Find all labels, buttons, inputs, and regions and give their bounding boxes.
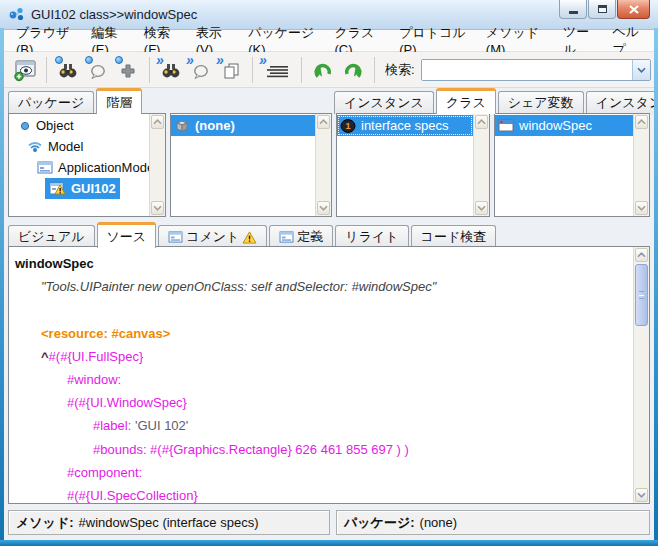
close-icon [629,5,639,14]
tab-source[interactable]: ソース [97,222,157,248]
browse-protocol-button[interactable]: » [186,56,216,84]
tree-item-applicationmodel[interactable]: ApplicationModel [9,157,149,178]
maximize-icon [598,5,607,13]
tab-instance[interactable]: インスタンス [334,91,434,114]
minimize-button[interactable] [559,0,587,19]
search-input[interactable] [422,60,632,80]
scroll-down-button[interactable] [635,488,648,502]
browse-copies-button[interactable]: » [216,56,246,84]
list-item-label: (none) [195,118,235,133]
search-combobox [421,59,651,81]
code-literal: #(#{UI.SpecCollection} [67,488,198,503]
class-tree[interactable]: Object Model [9,114,149,216]
new-marker-icon [55,56,63,64]
search-dropdown-button[interactable] [632,60,650,80]
scroll-thumb[interactable] [635,264,648,326]
tab-instance-variables[interactable]: インスタンス変数 [586,91,658,114]
new-marker-icon [115,56,123,64]
tab-label: ソース [107,228,147,246]
code-pragma: <resource: #canvas> [41,326,170,341]
scroll-up-button[interactable] [317,115,330,129]
browse-marker-icon: » [156,52,164,68]
package-list[interactable]: (none) [171,114,315,216]
window-controls [559,0,650,19]
find-class-button[interactable] [53,56,83,84]
tab-visual[interactable]: ビジュアル [8,225,95,248]
scroll-up-button[interactable] [475,115,488,129]
browse-class-button[interactable]: » [156,56,186,84]
code-literal: #window: [67,372,121,387]
tab-shared-variables[interactable]: シェア変数 [498,91,584,114]
scroll-up-icon [477,119,486,125]
undo-button[interactable] [308,56,338,84]
scroll-down-icon [153,205,162,211]
hierarchy-panel: Object Model [8,113,166,217]
tab-label: 階層 [106,94,132,112]
scroll-down-button[interactable] [635,201,648,215]
right-tab-row: インスタンス クラス シェア変数 インスタンス変数 [334,88,658,114]
code-line: "Tools.UIPainter new openOnClass: self a… [9,275,633,298]
code-literal: #(#{UI.WindowSpec} [67,395,187,410]
tab-rewrite[interactable]: リライト [335,225,408,248]
maximize-button[interactable] [588,0,616,19]
new-browser-button[interactable] [10,56,40,84]
code-line [9,298,633,321]
scroll-down-button[interactable] [317,201,330,215]
tab-code-critic[interactable]: コード検査 [411,225,497,248]
protocol-scrollbar[interactable] [473,114,489,216]
add-method-button[interactable] [113,56,143,84]
code-line: #(#{UI.WindowSpec} [9,391,633,414]
method-scrollbar[interactable] [633,114,649,216]
scroll-down-button[interactable] [475,201,488,215]
list-item-none-package[interactable]: (none) [171,115,315,136]
tab-label: インスタンス変数 [596,94,658,112]
app-icon [8,6,25,23]
tree-item-label: Model [48,139,83,154]
browse-marker-icon: » [186,52,194,68]
list-item-label: interface specs [361,118,448,133]
left-tab-row: パッケージ 階層 [8,88,144,114]
tab-label: リライト [345,228,398,246]
form-icon [37,161,53,174]
code-line: ^#(#{UI.FullSpec} [9,345,633,368]
object-icon [19,120,31,132]
method-status: メソッド: #windowSpec (interface specs) [8,510,330,535]
toolbar-separator [374,57,375,83]
code-tab-row: ビジュアル ソース コメント 定義 リライト コード検査 [8,222,498,248]
window-frame-left [0,28,4,546]
undo-icon [311,59,335,81]
tree-item-model[interactable]: Model [9,136,149,157]
find-protocol-button[interactable] [83,56,113,84]
tab-hierarchy[interactable]: 階層 [96,88,142,114]
code-line: <resource: #canvas> [9,322,633,345]
method-panel: windowSpec [494,113,650,217]
list-item-interface-specs[interactable]: 1 interface specs [337,115,473,136]
tab-label: 定義 [297,228,323,246]
scroll-down-button[interactable] [151,201,164,215]
tab-package[interactable]: パッケージ [8,91,94,114]
list-item-label: windowSpec [519,118,592,133]
scroll-up-button[interactable] [151,115,164,129]
tab-comment[interactable]: コメント [158,225,267,248]
tab-definition[interactable]: 定義 [269,225,333,248]
tree-item-gui102[interactable]: GUI102 [9,178,149,199]
scroll-up-button[interactable] [635,248,648,262]
list-item-windowspec[interactable]: windowSpec [495,115,633,136]
window-spec-icon [498,119,514,132]
tab-class[interactable]: クラス [436,88,496,114]
scroll-down-icon [637,492,646,498]
redo-button[interactable] [338,56,368,84]
package-status: パッケージ: (none) [336,510,650,535]
scroll-up-button[interactable] [635,115,648,129]
close-button[interactable] [617,0,650,19]
package-status-value: (none) [420,515,458,530]
tree-item-label: ApplicationModel [58,160,149,175]
browse-list-button[interactable]: » [259,56,295,84]
hierarchy-scrollbar[interactable] [149,114,165,216]
source-editor[interactable]: windowSpec "Tools.UIPainter new openOnCl… [9,247,633,503]
source-scrollbar[interactable] [633,247,649,503]
package-scrollbar[interactable] [315,114,331,216]
tree-item-object[interactable]: Object [9,115,149,136]
protocol-list[interactable]: 1 interface specs [337,114,473,216]
method-list[interactable]: windowSpec [495,114,633,216]
